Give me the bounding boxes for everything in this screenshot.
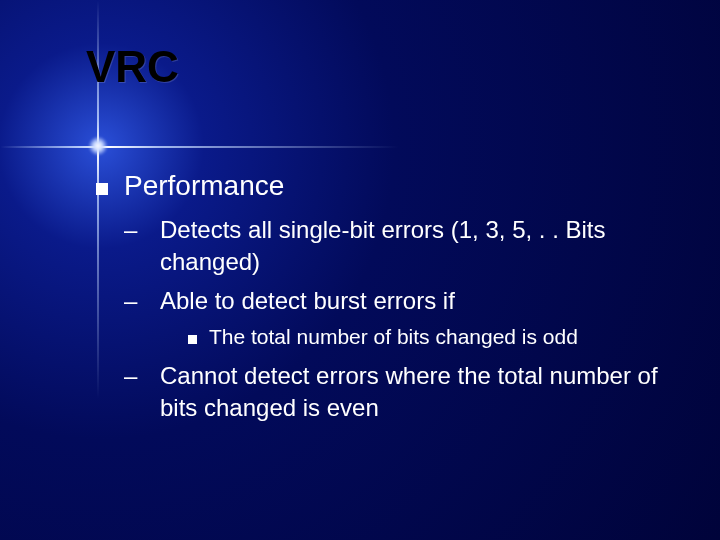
square-bullet-small-icon <box>188 335 197 344</box>
bullet-level1-text: Performance <box>124 170 284 202</box>
bullet-level2: – Able to detect burst errors if <box>142 285 670 317</box>
bullet-level2-text: Detects all single-bit errors (1, 3, 5, … <box>160 216 606 275</box>
slide: VRC Performance – Detects all single-bit… <box>0 0 720 540</box>
flare-core <box>88 136 108 156</box>
bullet-level3: The total number of bits changed is odd <box>188 323 670 351</box>
flare-horizontal <box>0 146 400 148</box>
dash-icon: – <box>142 360 160 392</box>
bullet-level2: – Cannot detect errors where the total n… <box>142 360 670 425</box>
slide-body: Performance – Detects all single-bit err… <box>96 170 670 430</box>
bullet-level3-text: The total number of bits changed is odd <box>209 323 578 351</box>
bullet-level2: – Detects all single-bit errors (1, 3, 5… <box>142 214 670 279</box>
dash-icon: – <box>142 285 160 317</box>
bullet-level2-text: Cannot detect errors where the total num… <box>160 362 658 421</box>
bullet-level2-text: Able to detect burst errors if <box>160 287 455 314</box>
bullet-level1: Performance <box>96 170 670 202</box>
slide-title: VRC <box>86 42 179 92</box>
dash-icon: – <box>142 214 160 246</box>
square-bullet-icon <box>96 183 108 195</box>
